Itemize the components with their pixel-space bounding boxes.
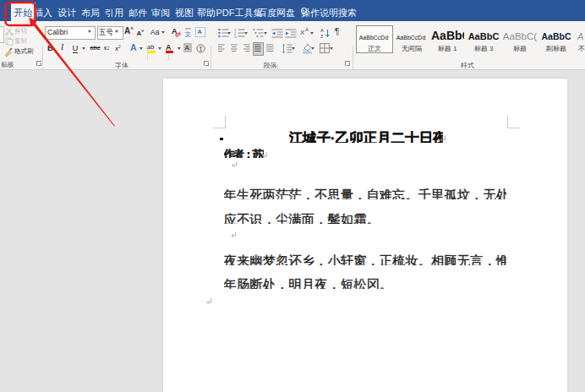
svg-text:A: A [320, 28, 324, 33]
svg-text:Z: Z [320, 34, 324, 39]
svg-text:3: 3 [234, 35, 237, 39]
